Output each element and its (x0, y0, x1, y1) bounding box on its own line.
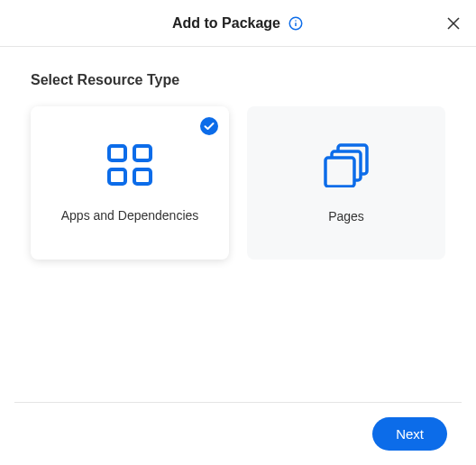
svg-point-5 (200, 117, 218, 135)
svg-rect-6 (109, 146, 125, 160)
close-button[interactable] (444, 14, 463, 33)
svg-rect-7 (134, 146, 151, 160)
next-button[interactable]: Next (372, 417, 447, 451)
dialog-header: Add to Package (0, 0, 476, 47)
close-icon (447, 17, 460, 30)
dialog-footer: Next (14, 402, 462, 465)
section-title: Select Resource Type (31, 72, 445, 88)
card-apps-and-dependencies[interactable]: Apps and Dependencies (31, 106, 229, 260)
svg-rect-8 (109, 169, 125, 184)
svg-rect-12 (325, 158, 354, 187)
svg-rect-9 (134, 169, 151, 184)
svg-point-2 (295, 20, 297, 22)
card-pages[interactable]: Pages (247, 106, 445, 260)
check-icon (200, 117, 218, 135)
apps-grid-icon (106, 143, 153, 187)
card-label: Pages (328, 209, 364, 223)
info-icon[interactable] (288, 15, 304, 32)
dialog-title: Add to Package (172, 15, 280, 32)
dialog-content: Select Resource Type Apps and Dependenci… (0, 47, 476, 285)
resource-type-cards: Apps and Dependencies Pages (31, 106, 445, 260)
pages-stack-icon (322, 142, 371, 187)
card-label: Apps and Dependencies (61, 208, 199, 223)
